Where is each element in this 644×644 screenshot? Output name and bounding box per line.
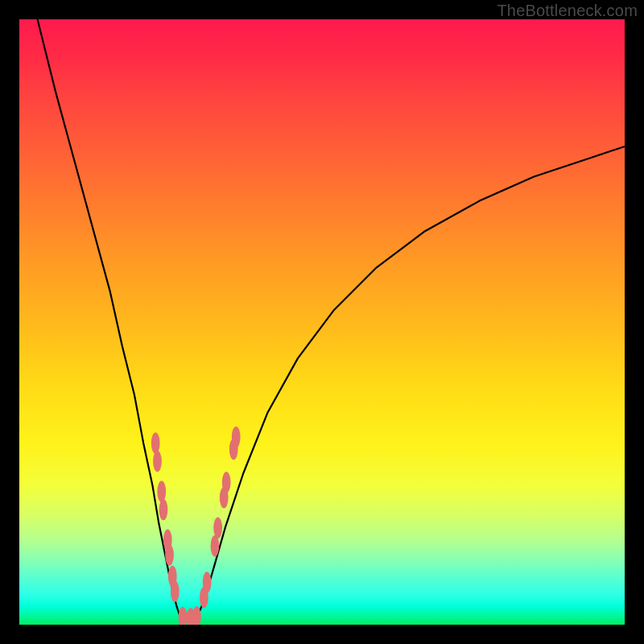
curve-marker [157, 481, 166, 502]
curve-marker [159, 499, 168, 520]
curve-marker [232, 427, 241, 448]
bottleneck-curve [38, 19, 625, 620]
curve-marker [203, 572, 212, 592]
curve-svg [19, 19, 625, 625]
curve-marker [153, 451, 162, 472]
outer-frame: TheBottleneck.com [0, 0, 644, 644]
curve-marker [151, 432, 160, 453]
plot-area [19, 19, 625, 625]
curve-marker [222, 472, 231, 493]
curve-marker [179, 607, 188, 625]
curve-marker [213, 517, 222, 538]
curve-group [38, 19, 625, 620]
curve-marker [211, 535, 220, 556]
curve-marker [171, 580, 180, 601]
watermark-text: TheBottleneck.com [497, 2, 638, 20]
curve-marker [165, 544, 174, 565]
marker-group [151, 427, 241, 625]
